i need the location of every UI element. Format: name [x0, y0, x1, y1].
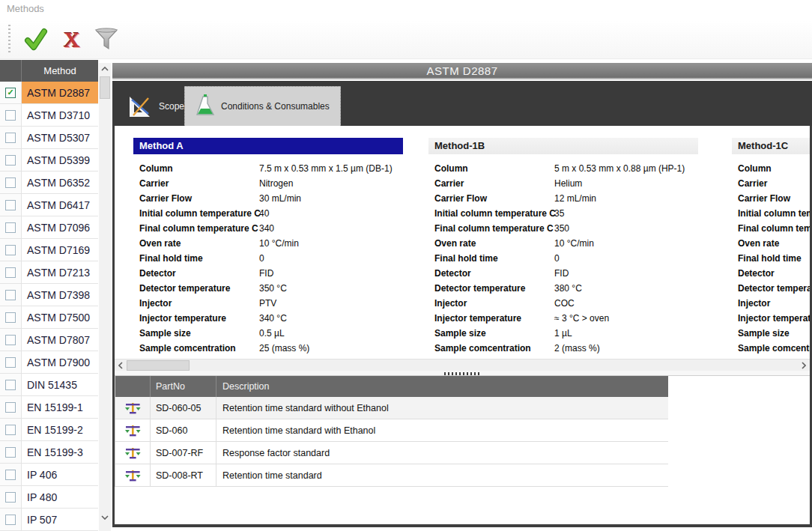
- param-label: Carrier Flow: [428, 193, 554, 204]
- method-1b-panel: Method-1B Column5 m x 0.53 mm x 0.88 µm …: [428, 138, 698, 356]
- list-item[interactable]: EN 15199-2: [0, 419, 98, 441]
- detail-title-bar: ASTM D2887: [112, 63, 812, 79]
- scroll-left-icon[interactable]: [115, 359, 127, 371]
- horizontal-scrollbar-thumb[interactable]: [127, 360, 190, 371]
- method-checkbox[interactable]: [5, 515, 16, 525]
- table-row[interactable]: SD-008-RT Retention time standard: [115, 464, 668, 487]
- scroll-right-icon[interactable]: [798, 359, 810, 371]
- list-item[interactable]: ASTM D7096: [0, 216, 98, 239]
- partno-cell: SD-008-RT: [151, 464, 216, 486]
- method-checkbox[interactable]: [5, 245, 16, 255]
- method-label: IP 406: [22, 464, 98, 485]
- list-item[interactable]: ASTM D7398: [0, 284, 98, 306]
- method-checkbox[interactable]: [5, 200, 16, 210]
- param-label: Carrier Flow: [732, 193, 810, 204]
- param-label: Initial column temperature C: [428, 208, 554, 219]
- list-item[interactable]: ASTM D7213: [0, 261, 98, 284]
- horizontal-scrollbar[interactable]: [115, 359, 810, 371]
- param-label: Initial column temperature C: [133, 208, 259, 219]
- param-label: Sample size: [732, 328, 810, 339]
- param-label: Carrier: [732, 178, 810, 189]
- method-checkbox[interactable]: [5, 312, 16, 323]
- method-label: ASTM D7398: [22, 284, 98, 306]
- confirm-button[interactable]: [21, 24, 51, 55]
- sidebar-scrollbar[interactable]: [99, 63, 111, 531]
- method-checkbox[interactable]: [5, 470, 16, 480]
- table-row[interactable]: SD-060-05 Retention time standard withou…: [115, 397, 668, 419]
- param-label: Column: [133, 163, 259, 174]
- param-value: 2 (mass %): [554, 343, 698, 354]
- method-checkbox[interactable]: [5, 447, 16, 458]
- method-checkbox[interactable]: [5, 133, 16, 143]
- param-label: Final column temperature C: [732, 223, 810, 234]
- param-label: Oven rate: [133, 238, 259, 249]
- method-checkbox[interactable]: [5, 402, 16, 413]
- scroll-up-icon[interactable]: [99, 63, 111, 75]
- list-item[interactable]: ASTM D7807: [0, 329, 98, 351]
- method-checkbox[interactable]: [5, 88, 16, 98]
- method-checkbox[interactable]: [5, 290, 16, 300]
- scroll-down-icon[interactable]: [99, 512, 111, 524]
- cancel-button[interactable]: X: [57, 24, 87, 55]
- method-label: IP 507: [22, 509, 98, 530]
- list-item[interactable]: DIN 51435: [0, 374, 98, 396]
- param-label: Detector: [133, 268, 259, 279]
- description-column-header[interactable]: Description: [216, 376, 668, 397]
- list-item[interactable]: ASTM D5399: [0, 149, 98, 172]
- list-item[interactable]: ASTM D3710: [0, 104, 98, 127]
- description-cell: Retention time standard: [216, 464, 668, 486]
- param-value: 350 °C: [259, 283, 403, 294]
- param-label: Injector temperature: [428, 313, 554, 324]
- method-label: ASTM D7500: [22, 306, 98, 328]
- table-row[interactable]: SD-060 Retention time standard with Etha…: [115, 419, 668, 442]
- param-value: FID: [259, 268, 403, 279]
- list-item[interactable]: ASTM D7169: [0, 239, 98, 261]
- list-item[interactable]: ASTM D7500: [0, 306, 98, 329]
- toolbar-drag-handle[interactable]: [8, 25, 10, 55]
- checkbox-column-header: [0, 60, 22, 82]
- method-checkbox[interactable]: [5, 425, 16, 435]
- list-item[interactable]: EN 15199-3: [0, 441, 98, 464]
- method-a-panel: Method A Column7.5 m x 0.53 mm x 1.5 µm …: [133, 138, 403, 356]
- list-item[interactable]: IP 507: [0, 509, 98, 531]
- list-item[interactable]: EN 15199-1: [0, 396, 98, 419]
- list-item[interactable]: IP 406: [0, 464, 98, 486]
- param-label: Detector temperature: [428, 283, 554, 294]
- sidebar-scrollbar-thumb[interactable]: [100, 76, 110, 99]
- tab-scope[interactable]: Scope: [117, 86, 195, 126]
- method-label: DIN 51435: [22, 374, 98, 395]
- param-value: 25 (mass %): [259, 343, 403, 354]
- list-item[interactable]: ASTM D5307: [0, 127, 98, 149]
- filter-button[interactable]: [91, 24, 121, 55]
- param-value: Nitrogen: [259, 178, 403, 189]
- param-value: 0.5 µL: [259, 328, 403, 339]
- method-checkbox[interactable]: [5, 110, 16, 121]
- window-title: Methods: [7, 3, 44, 14]
- cancel-x-icon: X: [64, 27, 80, 52]
- splitter-handle[interactable]: [115, 371, 810, 376]
- param-label: Oven rate: [732, 238, 810, 249]
- method-checkbox[interactable]: [5, 177, 16, 188]
- tab-strip: Scope Conditions & Consumables: [112, 81, 812, 126]
- list-item[interactable]: IP 480: [0, 486, 98, 509]
- param-value: 1 µL: [554, 328, 698, 339]
- list-item[interactable]: ASTM D7900: [0, 351, 98, 374]
- param-value: ≈ 3 °C > oven: [554, 313, 698, 324]
- list-item[interactable]: ASTM D6417: [0, 194, 98, 216]
- method-checkbox[interactable]: [5, 357, 16, 368]
- param-value: PTV: [259, 298, 403, 309]
- table-row[interactable]: SD-007-RF Response factor standard: [115, 442, 668, 464]
- list-item[interactable]: ASTM D6352: [0, 172, 98, 194]
- method-checkbox[interactable]: [5, 267, 16, 278]
- list-item[interactable]: ASTM D2887: [0, 82, 98, 104]
- method-checkbox[interactable]: [5, 335, 16, 345]
- method-checkbox[interactable]: [5, 155, 16, 166]
- method-checkbox[interactable]: [5, 492, 16, 503]
- method-checkbox[interactable]: [5, 380, 16, 390]
- method-column-header[interactable]: Method: [22, 60, 98, 82]
- param-label: Sample size: [133, 328, 259, 339]
- partno-column-header[interactable]: PartNo: [151, 376, 216, 397]
- param-label: Detector: [732, 268, 810, 279]
- method-checkbox[interactable]: [5, 222, 16, 233]
- tab-conditions-consumables[interactable]: Conditions & Consumables: [184, 86, 341, 126]
